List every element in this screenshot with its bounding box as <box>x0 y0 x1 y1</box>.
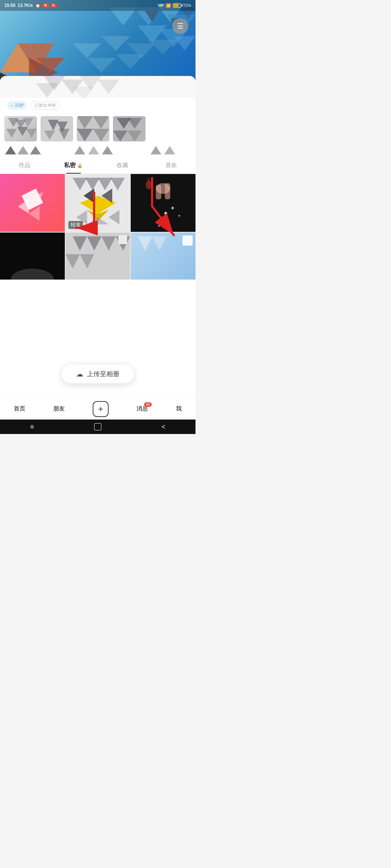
nav-home[interactable]: 首页 <box>14 405 25 413</box>
svg-marker-18 <box>148 40 177 54</box>
battery-indicator: 72% <box>173 3 191 8</box>
plus-icon: + <box>98 404 103 414</box>
tab-zuopin[interactable]: 作品 <box>0 157 49 174</box>
upload-icon: ☁ <box>76 370 83 378</box>
svg-marker-39 <box>77 129 93 141</box>
svg-marker-35 <box>44 131 55 140</box>
time: 15:55 <box>4 3 16 8</box>
svg-marker-60 <box>110 178 125 191</box>
red-arrow-1 <box>72 192 116 242</box>
gender-age-badge: ♂ 23岁 <box>7 101 27 110</box>
photo-thumb-3[interactable] <box>77 116 109 141</box>
svg-marker-26 <box>98 80 119 94</box>
svg-marker-16 <box>101 36 130 51</box>
status-right: HP 📶 72% <box>159 3 191 8</box>
svg-marker-30 <box>6 129 17 138</box>
home-label: 首页 <box>14 405 25 413</box>
photo-thumb-1[interactable] <box>4 116 37 141</box>
small-icon <box>118 235 127 244</box>
gender-icon: ♂ <box>10 103 13 108</box>
svg-marker-48 <box>73 146 86 154</box>
svg-marker-52 <box>164 146 176 154</box>
menu-icon: ☰ <box>177 22 184 30</box>
nav-messages[interactable]: 消息 99 <box>136 405 148 413</box>
svg-marker-24 <box>36 83 58 98</box>
battery-percent: 72% <box>183 3 191 8</box>
svg-marker-51 <box>150 146 162 154</box>
toutiao-icon: 头 <box>51 3 56 8</box>
status-left: 15:55 13.7K/s ⏰ 美 头 <box>4 3 56 8</box>
upload-button[interactable]: ☁ 上传至相册 <box>62 365 134 383</box>
lock-icon: 🔒 <box>77 163 83 168</box>
menu-button[interactable]: ☰ <box>172 18 188 34</box>
status-bar: 15:55 13.7K/s ⏰ 美 头 HP 📶 72% <box>0 0 196 11</box>
photo-strip[interactable] <box>0 113 196 144</box>
pink-cell-content <box>0 174 65 232</box>
svg-marker-82 <box>80 254 94 269</box>
system-menu-button[interactable]: ≡ <box>30 423 34 431</box>
alarm-icon: ⏰ <box>35 3 41 8</box>
svg-marker-33 <box>48 120 59 131</box>
banner-geo-pattern <box>0 0 196 87</box>
svg-marker-46 <box>17 146 29 154</box>
hp-label: HP <box>159 4 164 8</box>
tab-navigation: 作品 私密 🔒 收藏 喜欢 <box>0 157 196 174</box>
svg-marker-59 <box>98 178 112 191</box>
wifi-icon: 📶 <box>166 3 171 8</box>
system-home-button[interactable] <box>94 423 101 430</box>
profile-banner: ☰ <box>0 0 196 87</box>
meituan-icon: 美 <box>43 3 49 8</box>
nav-plus-button[interactable]: + <box>93 401 109 417</box>
friends-label: 朋友 <box>53 405 65 413</box>
card-top-geo <box>0 76 196 98</box>
svg-marker-32 <box>26 129 37 138</box>
svg-marker-37 <box>77 116 93 129</box>
svg-marker-20 <box>116 54 145 69</box>
tab-shoucang[interactable]: 收藏 <box>98 157 147 174</box>
svg-marker-57 <box>73 178 87 191</box>
grid-cell-1[interactable] <box>0 174 65 232</box>
svg-marker-43 <box>113 131 127 141</box>
grid-cell-4[interactable] <box>0 233 65 280</box>
message-badge: 99 <box>144 402 152 407</box>
bottom-navigation: 首页 朋友 + 消息 99 我 <box>0 398 196 420</box>
svg-marker-19 <box>87 58 116 72</box>
svg-point-76 <box>11 269 54 280</box>
svg-marker-15 <box>72 43 101 58</box>
network-speed: 13.7K/s <box>18 3 33 8</box>
svg-marker-47 <box>29 146 42 154</box>
svg-marker-42 <box>127 118 142 129</box>
svg-marker-45 <box>4 146 17 154</box>
upload-label: 上传至相册 <box>87 370 119 378</box>
black-cell-content <box>0 233 65 280</box>
system-bar: ≡ < <box>0 420 196 434</box>
svg-marker-36 <box>59 129 70 140</box>
svg-marker-25 <box>72 87 94 98</box>
svg-marker-81 <box>66 254 80 269</box>
svg-marker-58 <box>85 178 100 191</box>
profile-info: ♂ 23岁 已被女神签 <box>0 98 196 113</box>
photo-thumb-2[interactable] <box>41 116 73 141</box>
age-label: 23岁 <box>15 102 24 109</box>
photo-thumb-4[interactable] <box>113 116 146 141</box>
svg-marker-44 <box>127 131 142 141</box>
svg-marker-54 <box>18 199 29 214</box>
deco-row <box>0 144 196 154</box>
system-back-button[interactable]: < <box>161 423 165 431</box>
nav-me[interactable]: 我 <box>176 405 182 413</box>
svg-marker-49 <box>87 146 100 154</box>
red-arrow-2 <box>141 177 185 250</box>
profile-tag: 已被女神签 <box>31 101 59 110</box>
svg-marker-38 <box>93 116 109 129</box>
me-label: 我 <box>176 405 182 413</box>
svg-marker-40 <box>93 129 109 141</box>
tab-xihuan[interactable]: 喜欢 <box>147 157 196 174</box>
card-geo-top <box>0 76 196 98</box>
svg-marker-50 <box>101 146 114 154</box>
tab-simi[interactable]: 私密 🔒 <box>49 157 98 174</box>
svg-marker-6 <box>174 36 196 51</box>
svg-marker-31 <box>17 127 28 136</box>
nav-friends[interactable]: 朋友 <box>53 405 65 413</box>
